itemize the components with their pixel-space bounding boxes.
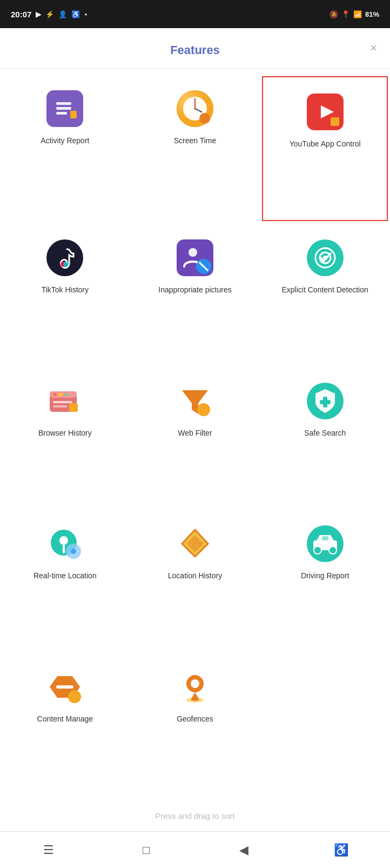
nav-home-button[interactable]: □ (133, 837, 160, 864)
svg-rect-1 (56, 102, 71, 105)
svg-point-47 (314, 546, 321, 554)
activity-report-icon (45, 89, 84, 128)
feature-safe-search[interactable]: Safe Search (260, 366, 390, 509)
svg-rect-31 (53, 405, 67, 408)
youtube-status-icon: ▶ (36, 10, 41, 18)
safe-search-icon (306, 382, 345, 420)
status-right: 🔕 📍 📶 81% (330, 10, 379, 18)
svg-rect-50 (56, 685, 73, 689)
dot-status-icon: ● (84, 12, 87, 17)
svg-point-48 (329, 546, 337, 554)
svg-point-39 (59, 536, 68, 545)
svg-rect-49 (322, 536, 328, 540)
web-filter-label: Web Filter (178, 428, 212, 438)
svg-rect-37 (320, 400, 331, 404)
main-content: Features × Activity Report (0, 28, 390, 831)
svg-point-54 (191, 679, 199, 688)
location-history-icon (176, 524, 214, 563)
page-title: Features (170, 43, 220, 57)
activity-status-icon: ⚡ (45, 10, 54, 18)
status-left: 20:07 ▶ ⚡ 👤 ♿ ● (11, 10, 87, 19)
header: Features × (0, 28, 390, 69)
svg-point-34 (197, 403, 210, 416)
svg-rect-4 (70, 111, 77, 118)
svg-rect-13 (331, 117, 339, 126)
svg-point-28 (59, 393, 62, 396)
feature-screen-time[interactable]: Screen Time (130, 74, 260, 223)
bottom-nav: ☰ □ ◀ ♿ (0, 831, 390, 868)
location-icon: 📍 (341, 10, 350, 18)
features-grid: Activity Report (0, 69, 390, 800)
realtime-location-label: Real-time Location (33, 571, 97, 580)
svg-point-41 (71, 549, 76, 554)
tiktok-history-icon (45, 238, 84, 277)
feature-activity-report[interactable]: Activity Report (0, 74, 130, 223)
wifi-icon: 📶 (353, 10, 362, 18)
inappropriate-pictures-label: Inappropriate pictures (158, 285, 231, 295)
svg-point-10 (199, 113, 210, 124)
feature-browser-history[interactable]: Browser History (0, 366, 130, 509)
content-manage-icon (45, 667, 84, 706)
back-arrow-icon: ◀ (239, 843, 248, 857)
realtime-location-icon (45, 524, 84, 563)
geofences-label: Geofences (177, 714, 213, 724)
mute-icon: 🔕 (330, 10, 338, 18)
web-filter-icon (176, 382, 214, 420)
hamburger-icon: ☰ (43, 843, 54, 857)
svg-point-14 (46, 239, 83, 276)
close-button[interactable]: × (370, 41, 377, 55)
svg-rect-3 (56, 112, 67, 115)
accessibility-icon: ♿ (334, 843, 348, 857)
person-status-icon: 👤 (58, 10, 67, 18)
safe-search-label: Safe Search (304, 428, 346, 438)
battery-icon: 81% (365, 10, 379, 18)
browser-history-label: Browser History (38, 428, 92, 438)
tiktok-history-label: TikTok History (42, 285, 89, 295)
explicit-content-detection-icon (306, 238, 345, 277)
driving-report-label: Driving Report (301, 571, 349, 580)
inappropriate-pictures-icon (176, 238, 214, 277)
feature-location-history[interactable]: Location History (130, 509, 260, 652)
svg-rect-32 (69, 403, 78, 412)
nav-accessibility-button[interactable]: ♿ (328, 837, 355, 864)
browser-history-icon (45, 382, 84, 420)
location-history-label: Location History (168, 571, 222, 580)
svg-rect-30 (53, 401, 72, 403)
explicit-content-detection-label: Explicit Content Detection (282, 285, 368, 295)
feature-inappropriate-pictures[interactable]: Inappropriate pictures (130, 223, 260, 366)
feature-driving-report[interactable]: Driving Report (260, 509, 390, 652)
svg-point-29 (64, 393, 68, 396)
svg-rect-2 (56, 107, 71, 110)
nav-back-button[interactable]: ◀ (230, 837, 257, 864)
svg-point-16 (63, 262, 69, 267)
feature-tiktok-history[interactable]: TikTok History (0, 223, 130, 366)
driving-report-icon (306, 524, 345, 563)
feature-geofences[interactable]: Geofences (130, 652, 260, 795)
screen-time-icon (176, 89, 214, 128)
feature-realtime-location[interactable]: Real-time Location (0, 509, 130, 652)
geofences-icon (176, 667, 214, 706)
activity-report-label: Activity Report (41, 136, 89, 145)
screen-time-label: Screen Time (174, 136, 217, 145)
status-bar: 20:07 ▶ ⚡ 👤 ♿ ● 🔕 📍 📶 81% (0, 0, 390, 28)
square-icon: □ (143, 843, 150, 857)
svg-point-51 (68, 690, 81, 703)
youtube-app-control-label: YouTube App Control (290, 139, 361, 149)
feature-content-manage[interactable]: Content Manage (0, 652, 130, 795)
youtube-app-control-icon (306, 92, 345, 131)
accessibility-status-icon: ♿ (71, 10, 80, 18)
svg-point-18 (189, 248, 197, 257)
feature-youtube-app-control[interactable]: YouTube App Control (262, 76, 388, 221)
drag-hint: Press and drag to sort (0, 800, 390, 831)
feature-web-filter[interactable]: Web Filter (130, 366, 260, 509)
time-display: 20:07 (11, 10, 31, 19)
content-manage-label: Content Manage (37, 714, 93, 724)
nav-menu-button[interactable]: ☰ (35, 837, 62, 864)
svg-point-27 (53, 393, 57, 396)
feature-explicit-content-detection[interactable]: Explicit Content Detection (260, 223, 390, 366)
